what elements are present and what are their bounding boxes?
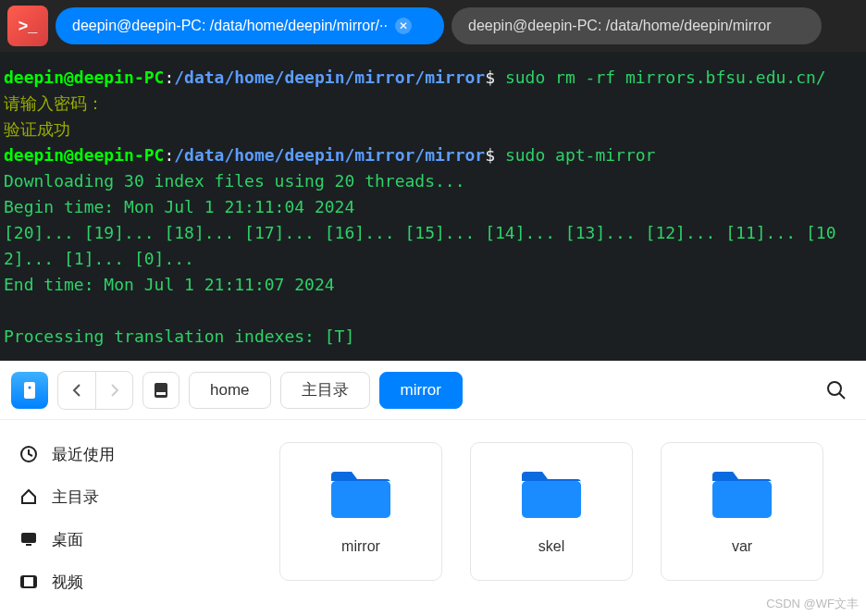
terminal-line: 2]... [1]... [0]... xyxy=(4,246,862,272)
filemanager-app-icon xyxy=(11,372,48,409)
svg-rect-8 xyxy=(26,544,31,546)
prompt-userhost: deepin@deepin-PC xyxy=(4,68,164,87)
terminal-tab-inactive[interactable]: deepin@deepin-PC: /data/home/deepin/mirr… xyxy=(452,7,822,44)
terminal-line: 验证成功 xyxy=(4,117,862,142)
svg-point-1 xyxy=(29,386,31,388)
folder-icon xyxy=(328,468,394,520)
sidebar: 最近使用 主目录 桌面 视频 音乐 xyxy=(0,420,252,616)
folder-item[interactable]: skel xyxy=(470,442,633,581)
chevron-right-icon xyxy=(110,383,119,398)
home-icon xyxy=(19,487,39,507)
svg-rect-14 xyxy=(331,481,390,518)
svg-rect-16 xyxy=(712,481,772,518)
terminal-line: 请输入密码： xyxy=(4,91,862,117)
folder-name: mirror xyxy=(341,538,380,555)
search-icon xyxy=(825,379,847,401)
terminal-line: End time: Mon Jul 1 21:11:07 2024 xyxy=(4,272,862,298)
tab-title: deepin@deepin-PC: /data/home/deepin/mirr… xyxy=(72,18,388,34)
terminal-line: Downloading 30 index files using 20 thre… xyxy=(4,168,862,194)
svg-line-5 xyxy=(839,393,845,399)
prompt-userhost: deepin@deepin-PC xyxy=(4,145,164,165)
clock-icon xyxy=(19,444,39,464)
back-button[interactable] xyxy=(58,372,95,409)
prompt-path: /data/home/deepin/mirror/mirror xyxy=(174,68,485,87)
svg-rect-2 xyxy=(155,383,167,398)
terminal-line: [20]... [19]... [18]... [17]... [16]... … xyxy=(4,220,862,246)
svg-rect-3 xyxy=(156,392,166,395)
terminal-line: Begin time: Mon Jul 1 21:11:04 2024 xyxy=(4,194,862,220)
watermark: CSDN @WF文丰 xyxy=(766,596,859,612)
chevron-left-icon xyxy=(72,383,81,398)
terminal-app-icon: >_ xyxy=(7,6,48,46)
command-text: sudo apt-mirror xyxy=(505,145,656,165)
folder-item[interactable]: var xyxy=(661,442,823,581)
folder-icon xyxy=(518,468,585,520)
sidebar-item-desktop[interactable]: 桌面 xyxy=(0,518,252,561)
sidebar-item-recent[interactable]: 最近使用 xyxy=(0,433,252,475)
video-icon xyxy=(19,572,39,592)
terminal-tab-active[interactable]: deepin@deepin-PC: /data/home/deepin/mirr… xyxy=(56,7,444,44)
sidebar-item-music[interactable]: 音乐 xyxy=(0,603,252,616)
terminal-header: >_ deepin@deepin-PC: /data/home/deepin/m… xyxy=(0,0,866,52)
disk-icon xyxy=(153,381,169,400)
folder-name: skel xyxy=(538,538,564,555)
terminal-line: deepin@deepin-PC:/data/home/deepin/mirro… xyxy=(4,142,862,168)
disk-button[interactable] xyxy=(142,372,179,409)
svg-rect-7 xyxy=(21,533,36,543)
tab-title: deepin@deepin-PC: /data/home/deepin/mirr… xyxy=(468,18,772,34)
desktop-icon xyxy=(19,529,39,549)
filemanager-body: 最近使用 主目录 桌面 视频 音乐 mirror skel xyxy=(0,420,866,616)
prompt-path: /data/home/deepin/mirror/mirror xyxy=(174,145,485,165)
svg-rect-10 xyxy=(21,576,24,587)
sidebar-item-label: 主目录 xyxy=(52,487,99,508)
svg-rect-11 xyxy=(33,576,36,587)
sidebar-item-label: 桌面 xyxy=(52,529,83,550)
forward-button[interactable] xyxy=(95,372,132,409)
svg-point-4 xyxy=(828,382,841,395)
breadcrumb-homedir[interactable]: 主目录 xyxy=(280,372,370,409)
breadcrumb-mirror[interactable]: mirror xyxy=(379,372,463,409)
folder-name: var xyxy=(732,538,752,555)
terminal-output[interactable]: deepin@deepin-PC:/data/home/deepin/mirro… xyxy=(0,52,866,361)
sidebar-item-label: 视频 xyxy=(52,572,83,593)
terminal-line: deepin@deepin-PC:/data/home/deepin/mirro… xyxy=(4,65,862,91)
breadcrumb-home[interactable]: home xyxy=(189,372,271,409)
close-icon[interactable]: ✕ xyxy=(395,18,412,34)
terminal-line: Processing translation indexes: [T] xyxy=(4,324,862,350)
folder-icon xyxy=(709,468,775,520)
nav-buttons xyxy=(57,371,133,410)
filemanager-toolbar: home 主目录 mirror xyxy=(0,361,866,420)
sidebar-item-home[interactable]: 主目录 xyxy=(0,475,252,518)
folder-item[interactable]: mirror xyxy=(279,442,442,581)
search-button[interactable] xyxy=(818,372,855,409)
svg-rect-0 xyxy=(24,382,35,399)
sidebar-item-label: 最近使用 xyxy=(52,444,115,465)
command-text: sudo rm -rf mirrors.bfsu.edu.cn/ xyxy=(505,68,826,87)
svg-rect-15 xyxy=(522,481,581,518)
folder-grid: mirror skel var xyxy=(252,420,866,616)
sidebar-item-video[interactable]: 视频 xyxy=(0,561,252,603)
